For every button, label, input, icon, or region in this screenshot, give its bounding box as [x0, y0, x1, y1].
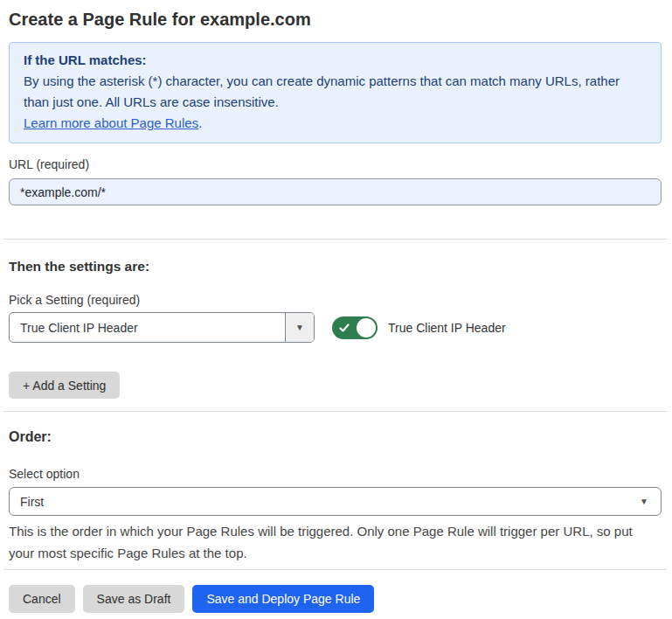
setting-select-arrow-segment[interactable]: ▼	[285, 313, 314, 342]
page-rule-form: Create a Page Rule for example.com If th…	[0, 7, 672, 613]
order-select-label: Select option	[9, 467, 662, 482]
check-icon	[339, 323, 350, 333]
divider	[3, 411, 667, 412]
setting-toggle[interactable]	[332, 316, 378, 339]
order-section-heading: Order:	[9, 428, 662, 445]
page-title: Create a Page Rule for example.com	[9, 7, 662, 31]
footer-actions: Cancel Save as Draft Save and Deploy Pag…	[9, 585, 662, 613]
info-box-heading: If the URL matches:	[24, 50, 647, 71]
divider	[3, 569, 667, 570]
toggle-knob	[357, 318, 376, 337]
cancel-button[interactable]: Cancel	[9, 585, 75, 613]
save-deploy-button[interactable]: Save and Deploy Page Rule	[192, 585, 374, 613]
url-match-info-box: If the URL matches: By using the asteris…	[9, 42, 662, 143]
chevron-down-icon: ▼	[640, 497, 648, 506]
url-input[interactable]	[9, 178, 662, 205]
divider	[3, 239, 667, 240]
setting-select[interactable]: True Client IP Header ▼	[9, 312, 315, 343]
order-select-value: First	[10, 495, 661, 509]
setting-select-value: True Client IP Header	[10, 321, 285, 335]
setting-picker-label: Pick a Setting (required)	[9, 293, 662, 308]
setting-row: True Client IP Header ▼ True Client IP H…	[9, 312, 662, 343]
setting-toggle-label: True Client IP Header	[388, 321, 506, 335]
url-field-label: URL (required)	[9, 157, 662, 172]
order-help-text: This is the order in which your Page Rul…	[9, 520, 662, 564]
chevron-down-icon: ▼	[295, 323, 304, 332]
save-draft-button[interactable]: Save as Draft	[83, 585, 185, 613]
add-setting-button[interactable]: + Add a Setting	[9, 372, 120, 399]
link-suffix: .	[198, 115, 202, 130]
info-box-body: By using the asterisk (*) character, you…	[24, 71, 647, 113]
order-select[interactable]: First ▼	[9, 487, 662, 516]
learn-more-link[interactable]: Learn more about Page Rules	[24, 115, 198, 130]
info-box-link-line: Learn more about Page Rules.	[24, 113, 647, 134]
settings-section-heading: Then the settings are:	[9, 258, 662, 275]
